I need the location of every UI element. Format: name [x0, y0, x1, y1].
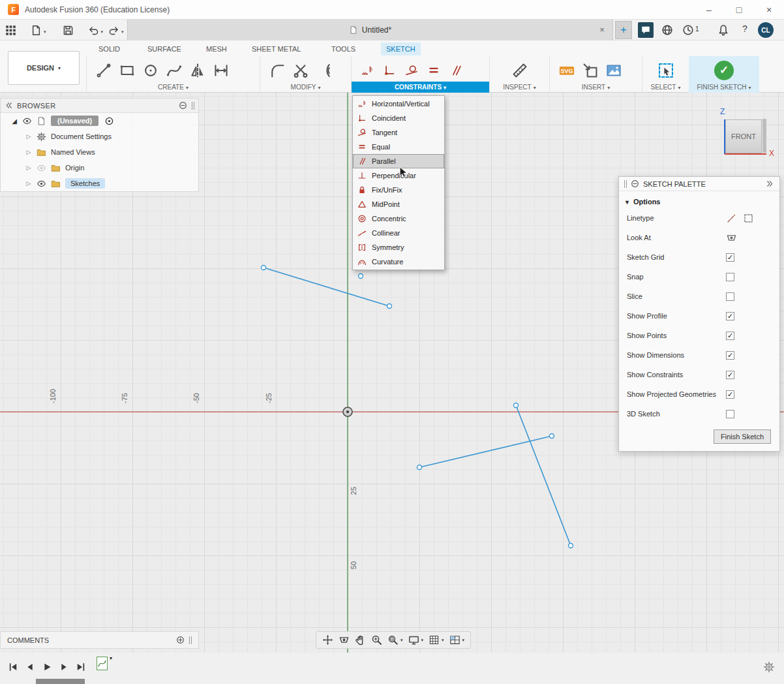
user-avatar[interactable]: CL: [758, 22, 774, 38]
checkbox-show-points[interactable]: ✓: [726, 332, 734, 340]
horizontal-vertical-icon[interactable]: [361, 64, 374, 77]
centerline-icon[interactable]: [726, 213, 737, 224]
rectangle-tool-icon[interactable]: [119, 63, 135, 78]
menu-item-coincident[interactable]: Coincident: [353, 111, 444, 125]
parallel-icon[interactable]: [449, 64, 462, 77]
checkbox-show-profile[interactable]: ✓: [726, 312, 734, 320]
trim-tool-icon[interactable]: [293, 63, 309, 78]
insert-mesh-icon[interactable]: [582, 63, 598, 78]
select-group-label[interactable]: SELECT▾: [642, 84, 689, 91]
add-comment-icon[interactable]: [176, 636, 185, 644]
expand-arrow-icon[interactable]: ▷: [25, 164, 32, 171]
collapse-palette-icon[interactable]: [766, 179, 774, 188]
sketch-feature-marker[interactable]: [97, 657, 108, 670]
modify-group-label[interactable]: MODIFY▾: [260, 84, 351, 91]
visibility-eye-icon[interactable]: [37, 163, 46, 173]
viewcube-side-face[interactable]: [762, 119, 766, 153]
look-at-icon[interactable]: [339, 634, 350, 645]
close-tab-icon[interactable]: ×: [597, 25, 607, 35]
file-menu-caret-icon[interactable]: ▾: [44, 29, 46, 35]
tab-mesh[interactable]: MESH: [201, 42, 232, 55]
comments-drag-grip[interactable]: [189, 636, 192, 644]
tab-solid[interactable]: SOLID: [93, 42, 125, 55]
skip-to-end-button[interactable]: [76, 662, 86, 672]
expand-arrow-icon[interactable]: ▷: [25, 180, 32, 187]
tab-surface[interactable]: SURFACE: [142, 42, 187, 55]
comments-bubble-icon[interactable]: [638, 22, 654, 38]
close-button[interactable]: ×: [754, 0, 784, 19]
tangent-icon[interactable]: [405, 64, 418, 77]
select-tool-icon[interactable]: [658, 63, 674, 78]
play-button[interactable]: [42, 662, 52, 672]
look-at-icon[interactable]: [726, 232, 737, 243]
help-icon[interactable]: ?: [742, 23, 747, 34]
viewports-caret-icon[interactable]: ▾: [462, 638, 465, 643]
inspect-group-label[interactable]: INSPECT▾: [490, 84, 549, 91]
undo-icon[interactable]: [88, 25, 99, 36]
job-status-icon[interactable]: [682, 24, 694, 36]
browser-drag-grip[interactable]: [192, 102, 194, 110]
measure-tool-icon[interactable]: [512, 63, 528, 78]
visibility-eye-icon[interactable]: [37, 179, 46, 189]
pan-hand-icon[interactable]: [355, 634, 366, 645]
menu-item-fix-unfix[interactable]: Fix/UnFix: [353, 183, 444, 197]
checkbox-show-dimensions[interactable]: ✓: [726, 351, 734, 360]
browser-item-sketches[interactable]: ▷Sketches: [1, 176, 198, 191]
palette-drag-grip[interactable]: [624, 180, 627, 188]
options-section-header[interactable]: ▼Options: [619, 191, 779, 208]
menu-item-symmetry[interactable]: Symmetry: [353, 240, 444, 255]
checkbox-show-constraints[interactable]: ✓: [726, 371, 734, 379]
collapse-browser-icon[interactable]: [5, 101, 13, 110]
checkbox-3d-sketch[interactable]: [726, 410, 734, 418]
step-back-button[interactable]: [25, 662, 35, 672]
browser-item-origin[interactable]: ▷Origin: [1, 160, 198, 176]
browser-item-document-settings[interactable]: ▷Document Settings: [1, 129, 198, 144]
construction-icon[interactable]: [743, 213, 754, 224]
zoom-icon[interactable]: [371, 634, 382, 645]
minimize-button[interactable]: –: [694, 0, 724, 19]
checkbox-show-projected-geometries[interactable]: ✓: [726, 390, 734, 399]
viewcube[interactable]: FRONT Z X: [717, 103, 783, 163]
fit-caret-icon[interactable]: ▾: [400, 638, 403, 643]
finish-sketch-button[interactable]: Finish Sketch: [714, 429, 771, 444]
browser-minimize-icon[interactable]: [179, 101, 187, 110]
menu-item-concentric[interactable]: Concentric: [353, 211, 444, 226]
dimension-tool-icon[interactable]: [213, 63, 229, 78]
viewports-icon[interactable]: [449, 634, 460, 645]
notifications-bell-icon[interactable]: [717, 24, 729, 36]
palette-minimize-icon[interactable]: [631, 179, 639, 188]
insert-svg-icon[interactable]: SVG: [559, 63, 575, 78]
insert-group-label[interactable]: INSERT▾: [550, 84, 642, 91]
menu-item-midpoint[interactable]: MidPoint: [353, 197, 444, 211]
menu-item-curvature[interactable]: Curvature: [353, 255, 444, 269]
mirror-tool-icon[interactable]: [190, 63, 205, 78]
save-icon[interactable]: [63, 25, 74, 36]
checkbox-snap[interactable]: [726, 273, 734, 281]
coincident-icon[interactable]: [383, 64, 396, 77]
online-status-icon[interactable]: [661, 24, 673, 36]
document-tab[interactable]: Untitled* ×: [127, 20, 613, 40]
tab-tools[interactable]: TOOLS: [326, 42, 361, 55]
create-group-label[interactable]: CREATE▾: [87, 84, 260, 91]
orbit-icon[interactable]: [322, 634, 333, 645]
browser-root-item[interactable]: ◢ (Unsaved): [1, 113, 198, 129]
canvas-image-icon[interactable]: [606, 63, 622, 78]
maximize-button[interactable]: □: [724, 0, 754, 19]
file-menu-icon[interactable]: [31, 25, 42, 36]
circle-tool-icon[interactable]: [143, 63, 158, 78]
menu-item-parallel[interactable]: Parallel: [353, 154, 444, 168]
constraints-group-label[interactable]: CONSTRAINTS▾: [352, 82, 489, 93]
app-grid-icon[interactable]: [5, 25, 16, 36]
design-workspace-button[interactable]: DESIGN▾: [8, 51, 80, 85]
fillet-tool-icon[interactable]: [269, 63, 285, 78]
equal-icon[interactable]: [427, 64, 440, 77]
new-tab-button[interactable]: +: [615, 21, 632, 39]
root-visibility-eye-icon[interactable]: [22, 116, 32, 126]
tab-sheet-metal[interactable]: SHEET METAL: [247, 42, 306, 55]
grid-settings-icon[interactable]: [429, 634, 440, 645]
checkbox-slice[interactable]: [726, 292, 734, 301]
timeline-settings-gear-icon[interactable]: [763, 661, 775, 673]
redo-icon[interactable]: [108, 25, 119, 36]
skip-to-start-button[interactable]: [8, 662, 18, 672]
expand-arrow-icon[interactable]: ▷: [25, 149, 32, 155]
